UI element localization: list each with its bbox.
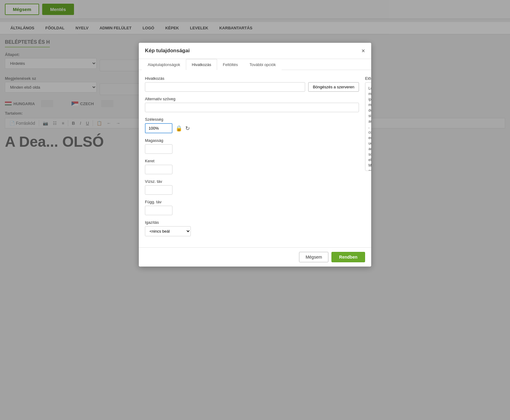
- modal-close-button[interactable]: ×: [361, 48, 365, 54]
- fugg-tav-label: Függ. táv: [145, 200, 359, 204]
- lock-icon[interactable]: 🔒: [176, 125, 182, 132]
- modal-right-column: Előnézet Lorem ipsum dolor sit amet, con…: [365, 76, 371, 241]
- elonezet-label: Előnézet: [365, 76, 371, 81]
- modal-left-column: Hivatkozás Böngészés a szerveren Alterna…: [145, 76, 359, 241]
- szelesseg-group: Szélesség 🔒 ↻: [145, 117, 359, 133]
- modal-tabs: Alaptulajdonságok Hivatkozás Feltöltés T…: [139, 59, 371, 70]
- vizsz-tav-input[interactable]: [145, 185, 172, 195]
- modal-tab-alaptulajdonsagok[interactable]: Alaptulajdonságok: [142, 59, 186, 70]
- refresh-icon[interactable]: ↻: [185, 125, 190, 132]
- magassag-group: Magasság: [145, 138, 359, 154]
- magassag-label: Magasság: [145, 138, 359, 143]
- hivatkozas-row: Böngészés a szerveren: [145, 82, 359, 92]
- keret-label: Keret: [145, 159, 359, 163]
- image-properties-modal: Kép tulajdonságai × Alaptulajdonságok Hi…: [139, 43, 371, 267]
- footer-ok-button[interactable]: Rendben: [331, 252, 365, 262]
- modal-tab-feltoltes[interactable]: Feltöltés: [217, 59, 244, 70]
- szelesseg-input[interactable]: [145, 123, 172, 133]
- fugg-tav-input[interactable]: [145, 206, 172, 215]
- preview-textarea[interactable]: Lorem ipsum dolor sit amet, consectetuer…: [365, 82, 371, 171]
- vizsz-tav-group: Vízsz. táv: [145, 179, 359, 195]
- modal-overlay: Kép tulajdonságai × Alaptulajdonságok Hi…: [0, 0, 510, 420]
- alt-szoveg-label: Alternatív szöveg: [145, 97, 359, 101]
- modal-body: Hivatkozás Böngészés a szerveren Alterna…: [139, 70, 371, 247]
- igazitas-select[interactable]: <nincs beál Balra Jobbra Középre: [145, 226, 191, 236]
- alt-szoveg-input[interactable]: [145, 103, 359, 112]
- hivatkozas-group: Hivatkozás Böngészés a szerveren: [145, 76, 359, 92]
- keret-group: Keret: [145, 159, 359, 174]
- modal-header: Kép tulajdonságai ×: [139, 43, 371, 59]
- vizsz-tav-label: Vízsz. táv: [145, 179, 359, 184]
- fugg-tav-group: Függ. táv: [145, 200, 359, 215]
- szelesseg-label: Szélesség: [145, 117, 359, 122]
- footer-cancel-button[interactable]: Mégsem: [299, 252, 328, 262]
- alt-szoveg-group: Alternatív szöveg: [145, 97, 359, 112]
- hivatkozas-input[interactable]: [145, 82, 305, 92]
- width-row: 🔒 ↻: [145, 123, 359, 133]
- browse-server-button[interactable]: Böngészés a szerveren: [308, 82, 359, 92]
- modal-tab-hivatkozas[interactable]: Hivatkozás: [186, 59, 217, 70]
- modal-footer: Mégsem Rendben: [139, 247, 371, 267]
- hivatkozas-label: Hivatkozás: [145, 76, 359, 81]
- modal-title: Kép tulajdonságai: [145, 48, 190, 54]
- igazitas-group: Igazítás <nincs beál Balra Jobbra Középr…: [145, 220, 359, 236]
- igazitas-label: Igazítás: [145, 220, 359, 225]
- modal-tab-tovabbi[interactable]: További opciók: [244, 59, 282, 70]
- magassag-input[interactable]: [145, 144, 172, 154]
- keret-input[interactable]: [145, 165, 172, 174]
